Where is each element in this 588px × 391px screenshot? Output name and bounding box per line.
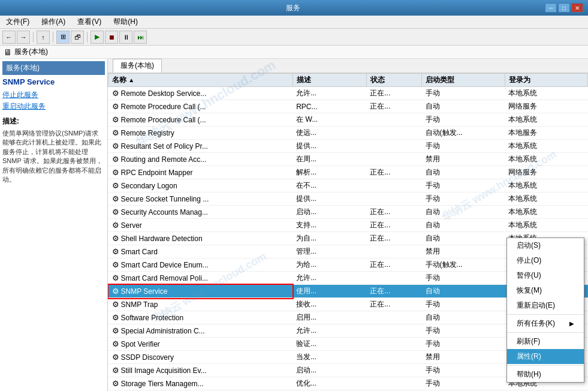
stop-service-link[interactable]: 停止此服务 xyxy=(2,90,105,100)
service-logon-cell: 本地系统 xyxy=(505,206,588,219)
table-row[interactable]: ⚙Resultant Set of Policy Pr... 提供... 手动 … xyxy=(108,140,588,153)
service-desc-cell: 提供... xyxy=(293,140,366,153)
toolbar-separator-2 xyxy=(53,32,53,43)
service-name-cell: ⚙Spot Verifier xyxy=(108,338,293,351)
service-desc-cell: 使用... xyxy=(293,285,366,298)
table-row[interactable]: ⚙Secondary Logon 在不... 手动 本地系统 xyxy=(108,179,588,193)
restart-service-link[interactable]: 重启动此服务 xyxy=(2,101,105,112)
service-startup-cell: 自动 xyxy=(422,232,505,245)
context-menu-item-help[interactable]: 帮助(H) xyxy=(507,367,584,382)
ctx-item-label: 所有任务(K) xyxy=(517,318,555,329)
ctx-item-label: 属性(R) xyxy=(517,351,541,362)
breadcrumb-label: 服务(本地) xyxy=(14,47,48,57)
start-service-button[interactable]: ▶ xyxy=(91,31,104,44)
service-logon-cell: 本地系统 xyxy=(505,113,588,127)
service-startup-cell: 自动 xyxy=(422,206,505,219)
service-icon: ⚙ xyxy=(112,247,119,256)
table-row[interactable]: ⚙RPC Endpoint Mapper 解析... 正在... 自动 网络服务 xyxy=(108,166,588,179)
service-status-cell: 正在... xyxy=(366,232,421,245)
forward-button[interactable]: → xyxy=(17,31,30,44)
context-menu-item-start[interactable]: 启动(S) xyxy=(507,238,584,253)
service-status-cell xyxy=(366,113,421,127)
service-startup-cell: 手动 xyxy=(422,324,505,338)
ctx-arrow: ▶ xyxy=(569,320,574,327)
service-status-cell xyxy=(366,324,421,338)
context-menu-item-properties[interactable]: 属性(R) xyxy=(507,349,584,364)
service-status-cell xyxy=(366,338,421,351)
table-row[interactable]: ⚙Remote Procedure Call (... 在 W... 手动 本地… xyxy=(108,113,588,127)
service-status-cell xyxy=(366,272,421,285)
service-status-cell xyxy=(366,153,421,166)
service-startup-cell: 自动(触发... xyxy=(422,127,505,140)
service-status-cell xyxy=(366,140,421,153)
service-desc-cell: 允许... xyxy=(293,87,366,100)
service-desc-cell: 启动... xyxy=(293,364,366,377)
menu-file[interactable]: 文件(F) xyxy=(2,16,33,28)
menu-help[interactable]: 帮助(H) xyxy=(110,16,141,28)
service-startup-cell: 自动 xyxy=(422,166,505,179)
col-name[interactable]: 名称 ▲ xyxy=(108,74,293,87)
service-desc-cell: 在周... xyxy=(293,153,366,166)
window-controls: ─ □ ✕ xyxy=(545,3,583,13)
maximize-button[interactable]: □ xyxy=(558,3,570,13)
service-desc-cell: 在 W... xyxy=(293,113,366,127)
service-name-cell: ⚙RPC Endpoint Mapper xyxy=(108,166,293,179)
close-button[interactable]: ✕ xyxy=(571,3,583,13)
service-name-cell: ⚙Software Protection xyxy=(108,311,293,324)
service-icon: ⚙ xyxy=(112,207,119,216)
service-icon: ⚙ xyxy=(112,260,119,269)
table-row[interactable]: ⚙Remote Registry 使远... 自动(触发... 本地服务 xyxy=(108,127,588,140)
restart-service-button[interactable]: ⏭ xyxy=(134,31,147,44)
service-name-cell: ⚙Secure Socket Tunneling ... xyxy=(108,193,293,206)
breadcrumb: 🖥 服务(本地) xyxy=(0,46,588,59)
toolbar: ← → ↑ ⊞ 🗗 ▶ ⏹ ⏸ ⏭ xyxy=(0,29,588,46)
context-menu-item-pause[interactable]: 暂停(U) xyxy=(507,268,584,283)
context-menu: 启动(S)停止(O)暂停(U)恢复(M)重新启动(E)所有任务(K)▶刷新(F)… xyxy=(506,237,584,383)
table-row[interactable]: ⚙Routing and Remote Acc... 在周... 禁用 本地系统 xyxy=(108,153,588,166)
up-button[interactable]: ↑ xyxy=(37,31,50,44)
service-logon-cell: 本地系统 xyxy=(505,153,588,166)
service-icon: ⚙ xyxy=(112,221,119,230)
context-menu-item-restart[interactable]: 重新启动(E) xyxy=(507,298,584,313)
selected-service-name: SNMP Service xyxy=(2,77,105,86)
back-button[interactable]: ← xyxy=(2,31,16,44)
service-status-cell: 正在... xyxy=(366,166,421,179)
menu-bar: 文件(F) 操作(A) 查看(V) 帮助(H) xyxy=(0,16,588,29)
service-status-cell xyxy=(366,127,421,140)
pause-service-button[interactable]: ⏸ xyxy=(119,31,132,44)
col-desc[interactable]: 描述 xyxy=(293,74,366,87)
table-row[interactable]: ⚙Security Accounts Manag... 启动... 正在... … xyxy=(108,206,588,219)
service-startup-cell: 手动 xyxy=(422,193,505,206)
minimize-button[interactable]: ─ xyxy=(545,3,557,13)
stop-service-button[interactable]: ⏹ xyxy=(105,31,118,44)
service-status-cell xyxy=(366,311,421,324)
col-status[interactable]: 状态 xyxy=(366,74,421,87)
context-menu-item-alltasks[interactable]: 所有任务(K)▶ xyxy=(507,316,584,331)
show-hide-console[interactable]: ⊞ xyxy=(56,31,70,44)
service-name-cell: ⚙Resultant Set of Policy Pr... xyxy=(108,140,293,153)
menu-view[interactable]: 查看(V) xyxy=(74,16,105,28)
context-menu-item-refresh[interactable]: 刷新(F) xyxy=(507,334,584,349)
service-status-cell: 正在... xyxy=(366,100,421,113)
table-row[interactable]: ⚙Remote Procedure Call (... RPC... 正在...… xyxy=(108,100,588,113)
tab-local-services[interactable]: 服务(本地) xyxy=(113,59,162,73)
table-row[interactable]: ⚙Secure Socket Tunneling ... 提供... 手动 本地… xyxy=(108,193,588,206)
service-icon: ⚙ xyxy=(112,102,119,111)
col-startup[interactable]: 启动类型 xyxy=(422,74,505,87)
service-desc-cell: 管理... xyxy=(293,245,366,258)
service-startup-cell: 自动 xyxy=(422,219,505,232)
context-menu-item-stop[interactable]: 停止(O) xyxy=(507,253,584,268)
service-icon: ⚙ xyxy=(112,366,119,375)
service-icon: ⚙ xyxy=(112,313,119,322)
service-logon-cell: 网络服务 xyxy=(505,166,588,179)
new-window[interactable]: 🗗 xyxy=(71,31,84,44)
desc-title: 描述: xyxy=(2,116,105,127)
context-menu-item-resume[interactable]: 恢复(M) xyxy=(507,283,584,298)
right-panel: 服务(本地) 名称 ▲ 描述 状态 启动类型 登录为 ⚙Remote Deskt… xyxy=(108,59,588,391)
service-startup-cell: 手动 xyxy=(422,338,505,351)
table-row[interactable]: ⚙Server 支持... 正在... 自动 本地系统 xyxy=(108,219,588,232)
menu-action[interactable]: 操作(A) xyxy=(38,16,69,28)
table-row[interactable]: ⚙Remote Desktop Service... 允许... 正在... 手… xyxy=(108,87,588,100)
col-logon[interactable]: 登录为 xyxy=(505,74,588,87)
service-status-cell: 正在... xyxy=(366,87,421,100)
